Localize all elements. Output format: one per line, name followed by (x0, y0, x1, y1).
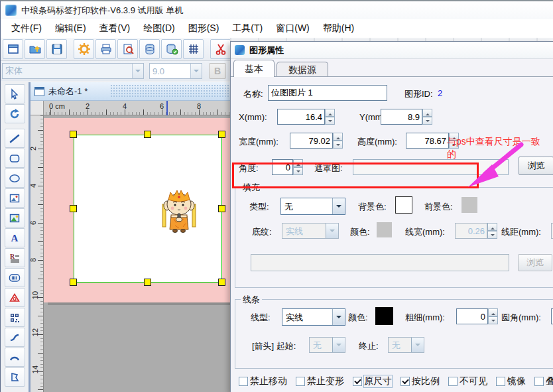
checkbox-invisible[interactable]: 不可见 (448, 375, 487, 387)
new-document-button[interactable] (3, 39, 23, 59)
fill-type-dropdown[interactable]: 无 (280, 198, 345, 215)
text-tool-button[interactable]: A (5, 228, 25, 247)
bitmap-image-tool-button[interactable] (5, 188, 25, 208)
checkbox-lock-move[interactable]: 禁止移动 (239, 375, 287, 387)
polygon-tool-button[interactable] (5, 367, 25, 387)
open-file-button[interactable] (25, 39, 45, 59)
rich-text-tool-button[interactable]: R (5, 248, 25, 267)
checkbox-box[interactable] (239, 377, 248, 386)
menu-help[interactable]: 帮助(H) (316, 20, 361, 37)
checkbox-box[interactable] (448, 377, 458, 386)
barcode-tool-button[interactable] (5, 268, 25, 287)
save-icon (50, 42, 64, 56)
resize-handle-bottom-right[interactable] (218, 279, 225, 286)
print-button[interactable] (95, 39, 116, 59)
checkbox-original-size[interactable]: 原尺寸 (353, 375, 392, 387)
checkbox-box[interactable] (296, 377, 305, 386)
print-preview-button[interactable] (117, 39, 138, 59)
chevron-down-icon[interactable] (190, 64, 202, 78)
menu-tools[interactable]: 工具(T) (225, 20, 269, 37)
selected-image-frame[interactable] (74, 135, 222, 283)
resize-handle-bottom-left[interactable] (70, 279, 77, 286)
fg-color-swatch[interactable] (461, 197, 477, 213)
checkbox-box[interactable] (353, 377, 362, 386)
bold-button[interactable]: B (209, 63, 226, 79)
color-image-tool-button[interactable] (5, 208, 25, 228)
checkbox-box[interactable] (496, 377, 505, 386)
checkbox-lock-deform[interactable]: 禁止变形 (296, 375, 344, 387)
resize-handle-middle-right[interactable] (218, 205, 225, 212)
menu-edit[interactable]: 编辑(E) (48, 20, 93, 37)
checkbox-box[interactable] (534, 377, 544, 386)
save-button[interactable] (46, 39, 67, 59)
font-family-combo[interactable]: 宋体 (2, 63, 144, 79)
menu-shape[interactable]: 图形(S) (182, 20, 226, 37)
fill-group: 填充 类型: 无 背景色: 前景色: 底纹: 实线 颜色: 线宽(mm): 0.… (235, 187, 553, 288)
curve-tool-button[interactable] (5, 328, 25, 347)
ellipse-tool-button[interactable] (5, 168, 25, 188)
x-spinner[interactable] (325, 109, 335, 125)
shape-tool-button[interactable] (5, 288, 25, 307)
x-input[interactable]: 16.4 (277, 109, 325, 125)
chevron-down-icon[interactable] (332, 198, 345, 214)
y-input[interactable]: 8.9 (381, 109, 422, 125)
window-titlebar: 中琅条码标签打印软件-V6.3.9 试用版 单机 (1, 1, 553, 19)
chevron-down-icon[interactable] (332, 309, 345, 325)
cut-button[interactable] (210, 39, 231, 59)
tab-datasource[interactable]: 数据源 (276, 62, 328, 77)
database-button[interactable] (139, 39, 160, 59)
cursor-position-marker (166, 101, 168, 115)
height-input[interactable]: 78.67 (406, 133, 449, 149)
rich-text-icon: R (9, 252, 21, 264)
line-color-swatch[interactable] (375, 307, 393, 325)
svg-text:A: A (11, 233, 19, 243)
curve-icon (9, 332, 21, 344)
rounded-rect-tool-button[interactable] (5, 149, 25, 168)
width-spinner[interactable] (333, 133, 343, 149)
resize-handle-top-center[interactable] (144, 131, 151, 138)
ruler-corner (31, 101, 44, 115)
bg-color-swatch[interactable] (395, 196, 412, 214)
settings-button[interactable] (74, 39, 94, 59)
rotate-tool-button[interactable] (5, 104, 25, 123)
dialog-titlebar[interactable]: 图形属性 (231, 42, 553, 59)
print-icon (99, 42, 113, 56)
resize-handle-middle-left[interactable] (70, 205, 77, 212)
arrow-start-label: [箭头] 起始: (252, 340, 296, 352)
line-type-label: 线型: (251, 312, 271, 324)
y-spinner[interactable] (422, 109, 432, 125)
tab-basic[interactable]: 基本 (233, 60, 275, 77)
line-thickness-input[interactable]: 0 (456, 308, 488, 324)
grid-button[interactable] (183, 39, 204, 59)
database-sync-button[interactable] (161, 39, 182, 59)
line-thickness-spinner[interactable] (488, 308, 498, 324)
resize-handle-bottom-center[interactable] (144, 279, 151, 286)
qrcode-tool-button[interactable] (5, 308, 25, 327)
resize-handle-top-right[interactable] (218, 131, 225, 138)
fill-linewidth-input: 0.26 (455, 223, 487, 239)
vertical-ruler: 2 4 6 8 10 12 14 (31, 115, 44, 392)
checkbox-keep-ratio[interactable]: 按比例 (400, 375, 440, 387)
line-icon (9, 133, 21, 145)
menu-draw[interactable]: 绘图(D) (137, 20, 181, 37)
checkbox-box[interactable] (400, 377, 410, 386)
width-input[interactable]: 79.02 (290, 133, 333, 149)
menu-view[interactable]: 查看(V) (93, 20, 137, 37)
window-title: 中琅条码标签打印软件-V6.3.9 试用版 单机 (21, 5, 183, 17)
name-input[interactable]: 位图图片 1 (268, 85, 387, 101)
checkbox-mirror[interactable]: 镜像 (496, 375, 526, 387)
line-type-dropdown[interactable]: 实线 (282, 308, 345, 326)
resize-handle-top-left[interactable] (70, 131, 77, 138)
select-tool-button[interactable] (5, 84, 25, 103)
database-sync-icon (165, 42, 178, 56)
menu-file[interactable]: 文件(F) (5, 20, 48, 37)
chevron-down-icon[interactable] (132, 64, 143, 78)
line-tool-button[interactable] (5, 129, 25, 148)
menu-window[interactable]: 窗口(W) (269, 20, 316, 37)
font-size-combo[interactable]: 9.0 (149, 63, 202, 79)
arc-tool-button[interactable] (5, 348, 25, 367)
checkbox-overlay-cutoff[interactable]: 叠 (534, 375, 553, 387)
options-row: 禁止移动 禁止变形 原尺寸 按比例 不可见 镜像 (239, 375, 553, 387)
line-color-label: 颜色: (348, 312, 368, 324)
rotate-icon (9, 108, 21, 120)
